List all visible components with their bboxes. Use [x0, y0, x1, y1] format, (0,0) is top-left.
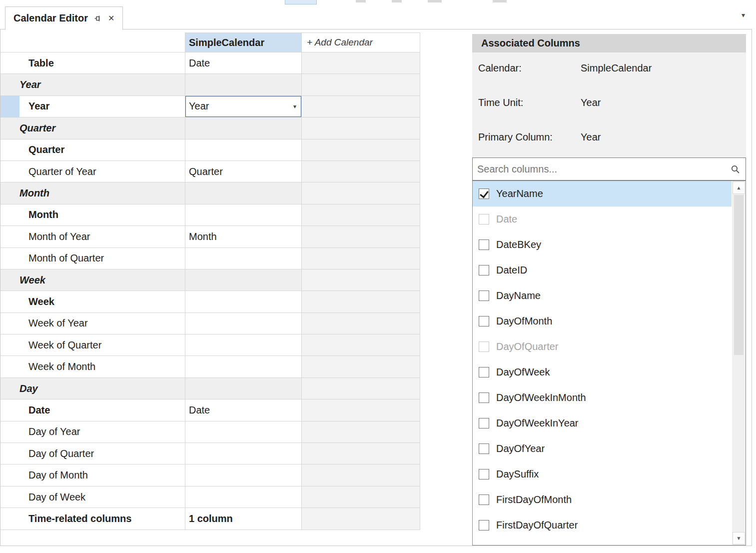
grid-row-week-of-month[interactable]: Week of Month — [0, 356, 421, 378]
grid-row-quarter-section[interactable]: Quarter — [0, 118, 421, 139]
grid-row-week-section[interactable]: Week — [0, 270, 421, 291]
checkbox-icon[interactable] — [479, 418, 489, 428]
scroll-up-icon[interactable]: ▲ — [733, 182, 745, 194]
column-item-dayofweekinmonth[interactable]: DayOfWeekInMonth — [473, 385, 732, 410]
row-label-cell[interactable]: Week — [0, 270, 185, 291]
row-label-cell[interactable]: Day of Quarter — [0, 443, 185, 464]
row-value-cell[interactable]: Date — [185, 400, 302, 421]
row-value-cell[interactable]: 1 column — [185, 508, 302, 530]
scrollbar[interactable]: ▲ ▼ — [732, 181, 746, 545]
row-label-cell[interactable]: Week of Month — [0, 356, 185, 378]
close-icon[interactable]: ✕ — [108, 14, 114, 22]
checkbox-icon[interactable] — [479, 494, 489, 505]
row-label-cell[interactable]: Week of Year — [0, 313, 185, 334]
checkbox-icon[interactable] — [479, 265, 489, 276]
row-value-cell[interactable]: Month — [185, 226, 302, 248]
grid-row-day-section[interactable]: Day — [0, 378, 421, 400]
column-item-datebkey[interactable]: DateBKey — [473, 232, 732, 258]
grid-row-day-of-year[interactable]: Day of Year — [0, 422, 421, 443]
row-label-cell[interactable]: Quarter — [0, 118, 185, 139]
row-value-cell[interactable] — [185, 464, 302, 486]
column-item-dateid[interactable]: DateID — [473, 258, 732, 283]
grid-row-month-of-quarter[interactable]: Month of Quarter — [0, 248, 421, 270]
row-value-cell[interactable] — [185, 74, 302, 96]
tab-calendar-editor[interactable]: Calendar Editor ✕ — [5, 6, 123, 30]
search-input[interactable] — [473, 158, 725, 180]
column-item-firstdayofmonth[interactable]: FirstDayOfMonth — [473, 487, 732, 512]
grid-row-time-related-columns[interactable]: Time-related columns1 column — [0, 508, 421, 530]
row-label-cell[interactable]: Date — [0, 400, 185, 421]
grid-row-year-section[interactable]: Year — [0, 74, 421, 96]
row-label-cell[interactable]: Month — [0, 182, 185, 204]
column-item-dayofweekinyear[interactable]: DayOfWeekInYear — [473, 410, 732, 436]
row-value-cell[interactable] — [185, 204, 302, 226]
grid-row-week[interactable]: Week — [0, 291, 421, 312]
row-label-cell[interactable]: Year — [0, 96, 185, 118]
grid-row-quarter-of-year[interactable]: Quarter of YearQuarter — [0, 161, 421, 182]
checkbox-icon[interactable] — [479, 188, 489, 199]
row-value-cell[interactable] — [185, 140, 302, 161]
row-label-cell[interactable]: Week — [0, 291, 185, 312]
row-value-cell[interactable] — [185, 334, 302, 356]
row-value-cell[interactable]: Quarter — [185, 161, 302, 182]
checkbox-icon[interactable] — [479, 240, 489, 250]
window-dropdown-icon[interactable]: ▾ — [742, 11, 745, 19]
column-item-dayofyear[interactable]: DayOfYear — [473, 436, 732, 462]
row-value-cell[interactable] — [185, 443, 302, 464]
checkbox-icon[interactable] — [479, 392, 489, 403]
row-value-cell[interactable] — [185, 313, 302, 334]
row-value-cell[interactable] — [185, 486, 302, 508]
row-label-cell[interactable]: Day of Week — [0, 486, 185, 508]
grid-row-week-of-quarter[interactable]: Week of Quarter — [0, 334, 421, 356]
grid-row-month[interactable]: Month — [0, 204, 421, 226]
column-item-dayname[interactable]: DayName — [473, 283, 732, 308]
add-calendar-button[interactable]: + Add Calendar — [302, 32, 420, 52]
row-value-cell[interactable] — [185, 270, 302, 291]
grid-row-table[interactable]: TableDate — [0, 52, 421, 74]
grid-row-date[interactable]: DateDate — [0, 400, 421, 421]
scrollbar-thumb[interactable] — [734, 195, 744, 355]
checkbox-icon[interactable] — [479, 520, 489, 530]
grid-row-day-of-month[interactable]: Day of Month — [0, 464, 421, 486]
grid-row-month-of-year[interactable]: Month of YearMonth — [0, 226, 421, 248]
row-label-cell[interactable]: Table — [0, 52, 185, 74]
row-value-cell[interactable]: Date — [185, 52, 302, 74]
checkbox-icon[interactable] — [479, 469, 489, 480]
column-item-yearname[interactable]: YearName — [473, 181, 732, 206]
row-value-cell[interactable] — [185, 378, 302, 400]
grid-row-day-of-quarter[interactable]: Day of Quarter — [0, 443, 421, 464]
column-item-dayofweek[interactable]: DayOfWeek — [473, 360, 732, 385]
row-label-cell[interactable]: Year — [0, 74, 185, 96]
checkbox-icon[interactable] — [479, 316, 489, 326]
calendar-column-header[interactable]: SimpleCalendar — [185, 32, 302, 52]
row-label-cell[interactable]: Quarter of Year — [0, 161, 185, 182]
row-label-cell[interactable]: Quarter — [0, 140, 185, 161]
row-label-cell[interactable]: Day of Month — [0, 464, 185, 486]
grid-row-year[interactable]: YearYear▾ — [0, 96, 421, 118]
row-value-cell[interactable]: Year▾ — [185, 96, 302, 118]
grid-row-day-of-week[interactable]: Day of Week — [0, 486, 421, 508]
checkbox-icon[interactable] — [479, 342, 489, 352]
row-value-cell[interactable] — [185, 182, 302, 204]
row-label-cell[interactable]: Month — [0, 204, 185, 226]
column-item-dayofquarter[interactable]: DayOfQuarter — [473, 334, 732, 360]
checkbox-icon[interactable] — [479, 290, 489, 301]
checkbox-icon[interactable] — [479, 214, 489, 224]
column-item-firstdayofweek[interactable]: FirstDayOfWeek — [473, 538, 732, 546]
row-value-cell[interactable] — [185, 356, 302, 378]
column-item-firstdayofquarter[interactable]: FirstDayOfQuarter — [473, 512, 732, 538]
row-value-cell[interactable] — [185, 118, 302, 139]
row-label-cell[interactable]: Month of Year — [0, 226, 185, 248]
grid-row-month-section[interactable]: Month — [0, 182, 421, 204]
grid-row-week-of-year[interactable]: Week of Year — [0, 313, 421, 334]
row-value-cell[interactable] — [185, 291, 302, 312]
row-label-cell[interactable]: Day — [0, 378, 185, 400]
scroll-down-icon[interactable]: ▼ — [733, 532, 745, 544]
grid-row-quarter[interactable]: Quarter — [0, 140, 421, 161]
row-value-cell[interactable] — [185, 422, 302, 443]
row-value-cell[interactable] — [185, 248, 302, 270]
column-item-date[interactable]: Date — [473, 206, 732, 232]
checkbox-icon[interactable] — [479, 367, 489, 378]
pin-icon[interactable] — [94, 14, 102, 22]
column-item-daysuffix[interactable]: DaySuffix — [473, 462, 732, 487]
